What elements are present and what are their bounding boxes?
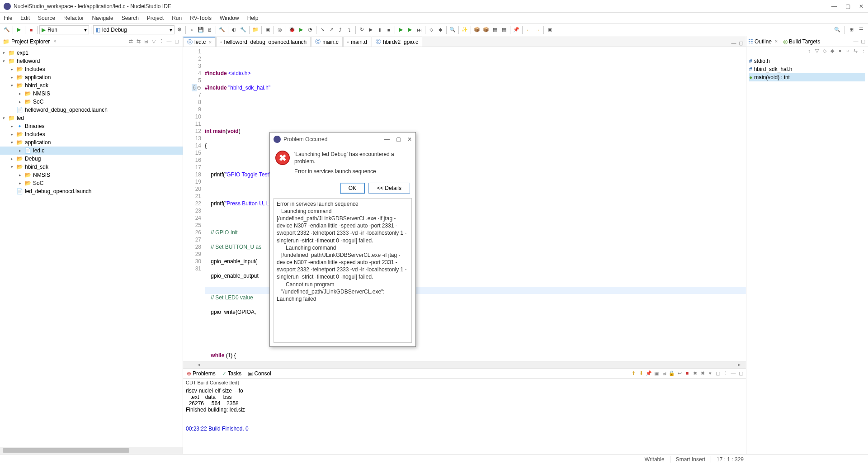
tree-item[interactable]: ▾📂application bbox=[0, 138, 183, 147]
tree-item[interactable]: ▸📂NMSIS bbox=[0, 171, 183, 179]
tab-build-targets[interactable]: ◎Build Targets bbox=[783, 38, 820, 45]
close-icon[interactable]: × bbox=[209, 40, 212, 45]
tree-item[interactable]: ▸📂SoC bbox=[0, 98, 183, 106]
bp-scroll-icon[interactable]: 🔒 bbox=[669, 370, 675, 377]
hammer-icon[interactable]: 🔨 bbox=[3, 26, 11, 34]
pkg2-icon[interactable]: 📦 bbox=[482, 26, 490, 34]
play3-icon[interactable]: ▶ bbox=[397, 26, 405, 34]
dialog-titlebar[interactable]: Problem Occurred — ▢ ✕ bbox=[270, 133, 415, 146]
term-icon[interactable]: ▣ bbox=[546, 26, 554, 34]
ok-button[interactable]: OK bbox=[340, 183, 365, 194]
bp-up-icon[interactable]: ⬆ bbox=[630, 370, 637, 377]
tree-item[interactable]: ▾📂hbird_sdk bbox=[0, 163, 183, 171]
tab-max-icon[interactable]: ▢ bbox=[738, 40, 744, 47]
bp-rem-icon[interactable]: ✖ bbox=[692, 370, 698, 377]
pe-menu-icon[interactable]: ⋮ bbox=[158, 38, 165, 45]
new-icon[interactable]: ▫ bbox=[188, 26, 196, 34]
ol-hide2-icon[interactable]: ◆ bbox=[829, 48, 835, 54]
pe-collapse-icon[interactable]: ⊟ bbox=[143, 38, 149, 45]
menu-refactor[interactable]: Refactor bbox=[63, 15, 84, 21]
bp-pin-icon[interactable]: 📌 bbox=[646, 370, 652, 377]
pe-link-icon[interactable]: ⇆ bbox=[135, 38, 142, 45]
box-icon[interactable]: ▣ bbox=[264, 26, 272, 34]
profile-icon[interactable]: ◔ bbox=[306, 26, 314, 34]
outline-item[interactable]: #stdio.h bbox=[749, 57, 865, 65]
tree-item[interactable]: ▾📂hbird_sdk bbox=[0, 81, 183, 90]
menu-navigate[interactable]: Navigate bbox=[92, 15, 113, 21]
step3-icon[interactable]: ⤴ bbox=[336, 26, 344, 34]
tab-tasks[interactable]: ✓Tasks bbox=[220, 370, 244, 377]
dialog-min-icon[interactable]: — bbox=[384, 136, 390, 142]
tab-outline[interactable]: ☷Outline× bbox=[748, 38, 779, 45]
terminate-icon[interactable]: ■ bbox=[385, 26, 393, 34]
bp-max-icon[interactable]: ▢ bbox=[738, 370, 744, 377]
debug-icon[interactable]: 🐞 bbox=[288, 26, 296, 34]
ol-filter-icon[interactable]: ▽ bbox=[814, 48, 820, 54]
tab-helloword-launch[interactable]: ▫helloword_debug_openocd.launch bbox=[216, 37, 311, 47]
run2-icon[interactable]: ▶ bbox=[297, 26, 305, 34]
menu-source[interactable]: Source bbox=[38, 15, 55, 21]
ol-menu-icon[interactable]: ⋮ bbox=[860, 48, 866, 54]
minimize-button[interactable]: — bbox=[831, 3, 837, 9]
launch-config-select[interactable]: ◧led Debug▾ bbox=[93, 25, 175, 34]
misc2-icon[interactable]: ◆ bbox=[436, 26, 444, 34]
dialog-close-icon[interactable]: ✕ bbox=[407, 136, 412, 142]
resume-icon[interactable]: ▶ bbox=[367, 26, 375, 34]
tab-problems[interactable]: ⊗Problems bbox=[185, 370, 217, 377]
outline-item[interactable]: #hbird_sdk_hal.h bbox=[749, 65, 865, 73]
dialog-max-icon[interactable]: ▢ bbox=[396, 136, 401, 142]
tab-min-icon[interactable]: — bbox=[731, 40, 737, 47]
play4-icon[interactable]: ▶ bbox=[406, 26, 414, 34]
bp-down-icon[interactable]: ⬇ bbox=[638, 370, 644, 377]
wrench-icon[interactable]: 🔧 bbox=[239, 26, 247, 34]
bp-clear-icon[interactable]: ⊟ bbox=[661, 370, 667, 377]
tab-hbirdv2-gpio-c[interactable]: ⓒhbirdv2_gpio.c bbox=[372, 37, 422, 47]
perspective2-icon[interactable]: ☰ bbox=[857, 26, 865, 34]
chip2-icon[interactable]: ▦ bbox=[500, 26, 508, 34]
bp-sel-icon[interactable]: ▾ bbox=[707, 370, 713, 377]
tree-item[interactable]: ▸📄led.c bbox=[0, 147, 183, 155]
perspective-icon[interactable]: ⊞ bbox=[847, 26, 855, 34]
tree-item[interactable]: 📄led_debug_openocd.launch bbox=[0, 187, 183, 195]
menu-project[interactable]: Project bbox=[147, 15, 164, 21]
tree-item[interactable]: 📄helloword_debug_openocd.launch bbox=[0, 106, 183, 114]
bp-min-icon[interactable]: — bbox=[730, 370, 736, 377]
tree-item[interactable]: ▸📂SoC bbox=[0, 179, 183, 187]
restart-icon[interactable]: ↻ bbox=[358, 26, 366, 34]
pin-icon[interactable]: 📌 bbox=[512, 26, 520, 34]
pe-min-icon[interactable]: — bbox=[166, 38, 172, 45]
search-icon[interactable]: 🔍 bbox=[448, 26, 457, 34]
pkg-icon[interactable]: 📦 bbox=[473, 26, 481, 34]
step4-icon[interactable]: ⤵ bbox=[345, 26, 354, 34]
step-icon[interactable]: ↘ bbox=[318, 26, 326, 34]
ol-link-icon[interactable]: ⇆ bbox=[852, 48, 859, 54]
quick-access-icon[interactable]: 🔍 bbox=[833, 26, 841, 34]
tree-item[interactable]: ▾📁helloword bbox=[0, 57, 183, 65]
pause-icon[interactable]: ⏸ bbox=[376, 26, 384, 34]
step2-icon[interactable]: ↗ bbox=[327, 26, 335, 34]
console-output[interactable]: riscv-nuclei-elf-size --fo text data bss… bbox=[183, 387, 746, 454]
misc1-icon[interactable]: ◇ bbox=[427, 26, 435, 34]
tree-item[interactable]: ▸📂Includes bbox=[0, 65, 183, 73]
ol-min-icon[interactable]: — bbox=[853, 38, 859, 45]
menu-window[interactable]: Window bbox=[220, 15, 239, 21]
bp-new-icon[interactable]: ▢ bbox=[715, 370, 721, 377]
tree-item[interactable]: ▸🔹Binaries bbox=[0, 122, 183, 130]
ol-hide3-icon[interactable]: ● bbox=[837, 48, 843, 54]
maximize-button[interactable]: ▢ bbox=[844, 3, 851, 9]
tree-item[interactable]: ▸📂Debug bbox=[0, 155, 183, 163]
bp-term-icon[interactable]: ■ bbox=[684, 370, 690, 377]
build-icon[interactable]: 🔨 bbox=[218, 26, 226, 34]
tree-item[interactable]: ▾📁exp1 bbox=[0, 49, 183, 57]
ol-hide4-icon[interactable]: ○ bbox=[844, 48, 851, 54]
pe-max-icon[interactable]: ▢ bbox=[174, 38, 180, 45]
config-icon[interactable]: ⚙ bbox=[175, 26, 184, 34]
bp-menu-icon[interactable]: ⋮ bbox=[722, 370, 729, 377]
bp-wrap-icon[interactable]: ↩ bbox=[676, 370, 683, 377]
tab-led-c[interactable]: ⓒled.c× bbox=[183, 37, 216, 47]
ol-hide-icon[interactable]: ◇ bbox=[821, 48, 828, 54]
bp-remall-icon[interactable]: ✖ bbox=[699, 370, 706, 377]
folder-icon[interactable]: 📁 bbox=[251, 26, 259, 34]
close-button[interactable]: ✕ bbox=[858, 3, 864, 9]
pe-filter2-icon[interactable]: ▽ bbox=[151, 38, 157, 45]
